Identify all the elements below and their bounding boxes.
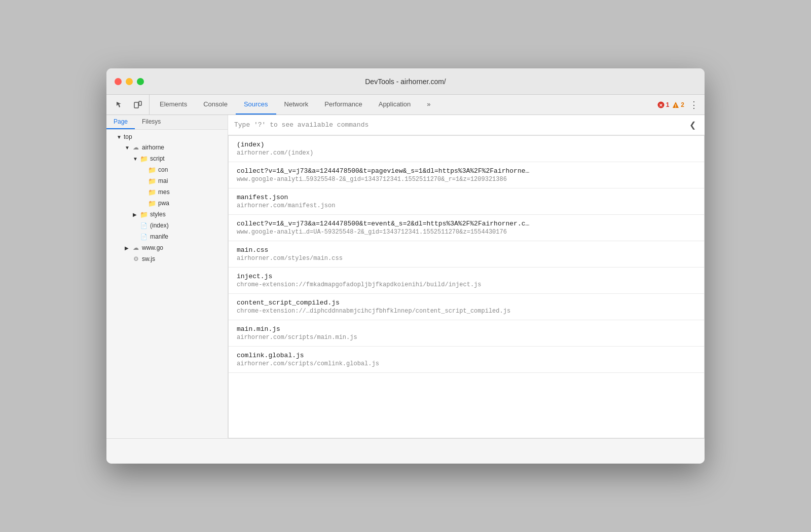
item-url: chrome-extension://fmkadmapgofadopljbjfk… xyxy=(237,281,696,288)
warning-icon: ! xyxy=(672,101,679,108)
tree-item-pwa[interactable]: 📁 pwa xyxy=(106,198,228,209)
command-bar: ❮ xyxy=(228,115,705,135)
titlebar: DevTools - airhorner.com/ xyxy=(106,68,705,95)
item-name: collect?v=1&_v=j73&a=1244478500&t=event&… xyxy=(237,220,696,227)
item-name: content_script_compiled.js xyxy=(237,299,696,307)
window-controls xyxy=(115,78,144,85)
sidebar-tab-page[interactable]: Page xyxy=(106,115,135,129)
dropdown-item[interactable]: collect?v=1&_v=j73&a=1244478500&t=event&… xyxy=(229,215,704,241)
warning-badge[interactable]: ! 2 xyxy=(672,101,684,108)
collapse-button[interactable]: ❮ xyxy=(686,119,698,131)
tree-item-mai[interactable]: 📁 mai xyxy=(106,175,228,186)
sidebar-content: ▼ top ▼ ☁ airhorne ▼ 📁 xyxy=(106,130,228,438)
tree-item-styles[interactable]: ▶ 📁 styles xyxy=(106,209,228,220)
svg-rect-0 xyxy=(134,102,138,108)
item-url: airhorner.com/styles/main.css xyxy=(237,255,696,262)
item-url: www.google-analyti…d=UA-59325548-2&_gid=… xyxy=(237,229,696,236)
dropdown-item[interactable]: manifest.json airhorner.com/manifest.jso… xyxy=(229,188,704,215)
cloud-icon: ☁ xyxy=(132,244,140,252)
folder-yellow-icon: 📁 xyxy=(148,199,156,207)
tab-more[interactable]: » xyxy=(419,95,438,115)
tab-console[interactable]: Console xyxy=(195,95,236,115)
tab-sources[interactable]: Sources xyxy=(236,95,276,115)
item-url: airhorner.com/(index) xyxy=(237,149,696,157)
minimize-button[interactable] xyxy=(126,78,133,85)
item-url: airhorner.com/scripts/main.min.js xyxy=(237,334,696,341)
item-url: airhorner.com/manifest.json xyxy=(237,202,696,209)
folder-icon: 📁 xyxy=(140,155,148,163)
file-icon: 📄 xyxy=(140,221,148,230)
tab-application[interactable]: Application xyxy=(371,95,419,115)
item-name: inject.js xyxy=(237,273,696,280)
tree-item-manifest[interactable]: 📄 manife xyxy=(106,231,228,242)
folder-yellow-icon: 📁 xyxy=(148,177,156,185)
tree-item-mes[interactable]: 📁 mes xyxy=(106,186,228,198)
sidebar: Page Filesys ▼ top ▼ ☁ xyxy=(106,115,228,438)
item-name: main.css xyxy=(237,246,696,254)
error-badge[interactable]: ✕ 1 xyxy=(657,101,670,108)
dropdown-item[interactable]: main.min.js airhorner.com/scripts/main.m… xyxy=(229,320,704,347)
dropdown-item[interactable]: inject.js chrome-extension://fmkadmapgof… xyxy=(229,268,704,294)
item-url: airhorner.com/scripts/comlink.global.js xyxy=(237,360,696,367)
item-name: (index) xyxy=(237,141,696,148)
dropdown-list: (index) airhorner.com/(index) collect?v=… xyxy=(228,135,705,438)
sidebar-tabs: Page Filesys xyxy=(106,115,228,130)
tabbar-right: ✕ 1 ! 2 ⋮ xyxy=(657,95,705,115)
item-name: main.min.js xyxy=(237,325,696,333)
toolbar-icons xyxy=(108,95,150,115)
right-panel: ❮ (index) airhorner.com/(index) collect?… xyxy=(228,115,705,438)
tree-item-con[interactable]: 📁 con xyxy=(106,164,228,175)
tab-network[interactable]: Network xyxy=(276,95,317,115)
svg-text:!: ! xyxy=(675,103,677,108)
tab-bar: Elements Console Sources Network Perform… xyxy=(106,95,705,115)
svg-rect-1 xyxy=(139,101,141,105)
tree-item-scripts[interactable]: ▼ 📁 script xyxy=(106,153,228,164)
folder-yellow-icon: 📁 xyxy=(148,188,156,196)
tree-item-index[interactable]: 📄 (index) xyxy=(106,220,228,231)
item-url: chrome-extension://…diphcddnnabmjcihcjfb… xyxy=(237,308,696,315)
window-title: DevTools - airhorner.com/ xyxy=(365,78,446,86)
cloud-icon: ☁ xyxy=(132,143,140,151)
command-input[interactable] xyxy=(234,121,686,129)
item-name: comlink.global.js xyxy=(237,352,696,359)
dropdown-item[interactable]: collect?v=1&_v=j73&a=1244478500&t=pagevi… xyxy=(229,162,704,188)
folder-icon: 📁 xyxy=(140,210,148,218)
tree-item-top[interactable]: ▼ top xyxy=(106,132,228,142)
inspect-icon[interactable] xyxy=(113,98,127,112)
device-icon[interactable] xyxy=(131,98,145,112)
tree-item-swjs[interactable]: ⚙ sw.js xyxy=(106,253,228,264)
devtools-window: DevTools - airhorner.com/ Elements Conso… xyxy=(106,68,705,464)
bottom-area xyxy=(106,438,705,464)
item-name: manifest.json xyxy=(237,194,696,201)
file-icon: 📄 xyxy=(140,233,148,241)
sidebar-tab-filesystem[interactable]: Filesys xyxy=(135,115,168,129)
item-url: www.google-analyti…59325548-2&_gid=13437… xyxy=(237,176,696,183)
item-name: collect?v=1&_v=j73&a=1244478500&t=pagevi… xyxy=(237,167,696,175)
dropdown-item[interactable]: (index) airhorner.com/(index) xyxy=(229,136,704,162)
tree-item-www[interactable]: ▶ ☁ www.go xyxy=(106,242,228,253)
dropdown-item[interactable]: main.css airhorner.com/styles/main.css xyxy=(229,241,704,268)
folder-yellow-icon: 📁 xyxy=(148,166,156,174)
dropdown-item[interactable]: content_script_compiled.js chrome-extens… xyxy=(229,294,704,320)
main-area: Page Filesys ▼ top ▼ ☁ xyxy=(106,115,705,438)
error-icon: ✕ xyxy=(657,101,665,108)
maximize-button[interactable] xyxy=(137,78,144,85)
tab-performance[interactable]: Performance xyxy=(316,95,370,115)
tree-item-airhorner[interactable]: ▼ ☁ airhorne xyxy=(106,142,228,153)
dropdown-item[interactable]: comlink.global.js airhorner.com/scripts/… xyxy=(229,347,704,373)
tab-elements[interactable]: Elements xyxy=(152,95,195,115)
svg-text:✕: ✕ xyxy=(659,103,663,108)
more-menu-button[interactable]: ⋮ xyxy=(687,99,701,110)
close-button[interactable] xyxy=(115,78,122,85)
gear-icon: ⚙ xyxy=(132,255,140,263)
